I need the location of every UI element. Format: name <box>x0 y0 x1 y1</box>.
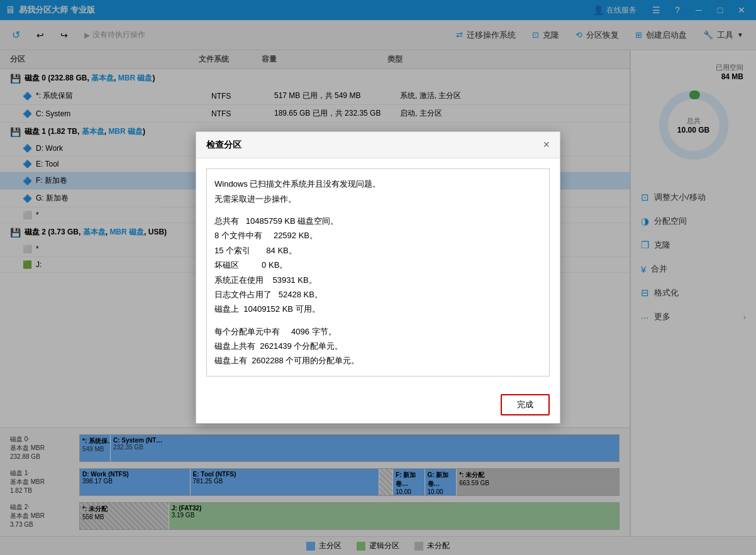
finish-btn[interactable]: 完成 <box>501 394 550 415</box>
modal-body: Windows 已扫描文件系统并且没有发现问题。 无需采取进一步操作。 总共有 … <box>196 158 560 387</box>
modal-overlay[interactable]: 检查分区 × Windows 已扫描文件系统并且没有发现问题。 无需采取进一步操… <box>0 0 756 555</box>
check-partition-modal: 检查分区 × Windows 已扫描文件系统并且没有发现问题。 无需采取进一步操… <box>196 131 560 424</box>
modal-close-btn[interactable]: × <box>543 138 550 151</box>
modal-title: 检查分区 <box>206 140 242 151</box>
modal-content-box: Windows 已扫描文件系统并且没有发现问题。 无需采取进一步操作。 总共有 … <box>206 168 550 376</box>
modal-footer: 完成 <box>196 387 560 423</box>
modal-header: 检查分区 × <box>196 132 560 158</box>
